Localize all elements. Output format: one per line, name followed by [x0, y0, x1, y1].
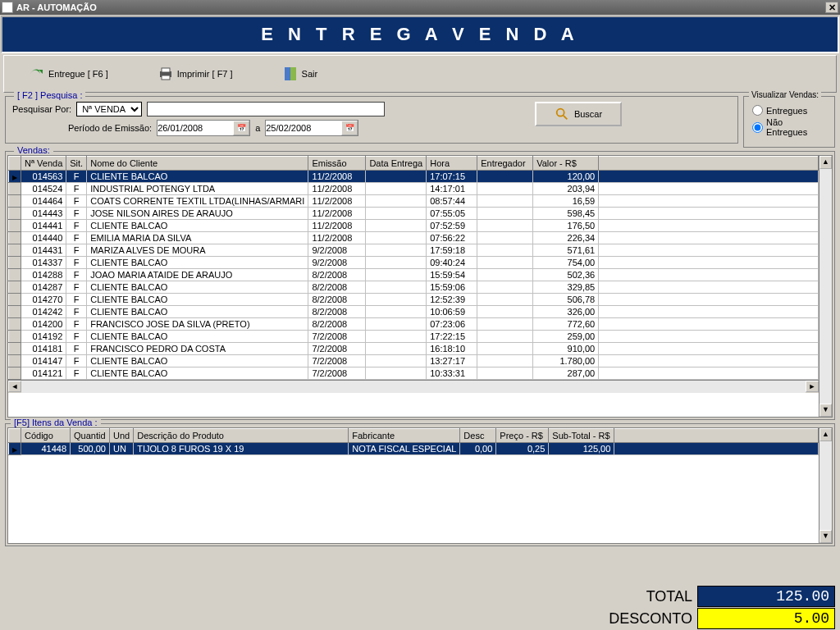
col-header[interactable]: Nome do Cliente — [87, 157, 308, 171]
sair-button[interactable]: Sair — [282, 66, 318, 82]
app-icon — [2, 2, 13, 13]
table-row[interactable]: 41448500,00UNTIJOLO 8 FUROS 19 X 19NOTA … — [9, 443, 819, 455]
imprimir-button[interactable]: Imprimir [ F7 ] — [158, 66, 233, 82]
table-row[interactable]: 014200FFRANCISCO JOSE DA SILVA (PRETO)8/… — [9, 318, 819, 331]
window-title: AR - AUTOMAÇÃO — [16, 2, 97, 12]
window-titlebar: AR - AUTOMAÇÃO ✕ — [0, 0, 840, 15]
exit-icon — [282, 66, 299, 82]
itens-group: [F5] Itens da Venda : CódigoQuantidUndDe… — [5, 423, 835, 546]
v-scrollbar[interactable]: ▲▼ — [819, 156, 832, 417]
pesquisar-por-label: Pesquisar Por: — [12, 104, 71, 114]
table-row[interactable]: 014242FCLIENTE BALCAO8/2/200810:06:59326… — [9, 306, 819, 318]
col-header[interactable]: Entregador — [477, 157, 533, 171]
total-label: TOTAL — [646, 588, 697, 605]
search-group: [ F2 ] Pesquisa : Pesquisar Por: Nª VEND… — [5, 96, 738, 144]
date-from-field[interactable]: 📅 — [157, 120, 250, 136]
col-header[interactable]: Desc — [460, 429, 496, 443]
viz-group: Visualizar Vendas: Entregues Não Entregu… — [743, 96, 835, 148]
svg-line-6 — [564, 116, 568, 120]
radio-nao-entregues[interactable]: Não Entregues — [752, 117, 826, 137]
date-to-field[interactable]: 📅 — [265, 120, 358, 136]
itens-grid[interactable]: CódigoQuantidUndDescrição do ProdutoFabr… — [7, 427, 833, 544]
table-row[interactable]: 014441FCLIENTE BALCAO11/2/200807:52:5917… — [9, 220, 819, 232]
totals: TOTAL 125.00 DESCONTO 5.00 — [5, 585, 835, 630]
date-from-input[interactable] — [158, 121, 233, 135]
date-sep: a — [255, 123, 260, 133]
v-scrollbar-itens[interactable]: ▲▼ — [819, 428, 832, 543]
viz-legend: Visualizar Vendas: — [749, 90, 821, 99]
periodo-label: Período de Emissão: — [68, 123, 152, 133]
table-row[interactable]: 014147FCLIENTE BALCAO7/2/200813:27:171.7… — [9, 355, 819, 368]
vendas-grid[interactable]: Nª VendaSit.Nome do ClienteEmissãoData E… — [7, 155, 833, 418]
date-to-picker-icon[interactable]: 📅 — [341, 121, 358, 135]
svg-point-5 — [557, 109, 564, 116]
svg-rect-1 — [162, 68, 170, 72]
table-row[interactable]: 014464FCOATS CORRENTE TEXTIL LTDA(LINHAS… — [9, 195, 819, 208]
table-row[interactable]: 014181FFRANCISCO PEDRO DA COSTA7/2/20081… — [9, 343, 819, 355]
table-row[interactable]: 014192FCLIENTE BALCAO7/2/200817:22:15259… — [9, 331, 819, 343]
total-value: 125.00 — [697, 586, 835, 607]
svg-rect-2 — [162, 75, 170, 80]
search-field-select[interactable]: Nª VENDA — [76, 102, 142, 116]
buscar-label: Buscar — [574, 109, 602, 119]
table-row[interactable]: 014270FCLIENTE BALCAO8/2/200812:52:39506… — [9, 294, 819, 306]
buscar-button[interactable]: Buscar — [535, 102, 622, 126]
col-header[interactable]: Preço - R$ — [496, 429, 549, 443]
col-header[interactable]: Und — [110, 429, 134, 443]
radio-entregues[interactable]: Entregues — [752, 105, 826, 116]
arrow-forward-icon — [29, 66, 45, 82]
col-header[interactable]: Nª Venda — [21, 157, 66, 171]
svg-rect-3 — [285, 67, 290, 80]
close-button[interactable]: ✕ — [825, 2, 838, 13]
svg-rect-4 — [290, 67, 296, 80]
vendas-group: Vendas: Nª VendaSit.Nome do ClienteEmiss… — [5, 151, 835, 420]
col-header[interactable]: Hora — [427, 157, 477, 171]
table-row[interactable]: 014287FCLIENTE BALCAO8/2/200815:59:06329… — [9, 281, 819, 294]
table-row[interactable]: 014288FJOAO MARIA ATAIDE DE ARAUJO8/2/20… — [9, 269, 819, 281]
col-header[interactable]: Sit. — [66, 157, 87, 171]
sair-label: Sair — [302, 69, 318, 79]
table-row[interactable]: 014431FMARIZA ALVES DE MOURA9/2/200817:5… — [9, 244, 819, 257]
desconto-label: DESCONTO — [609, 610, 697, 628]
col-header[interactable]: Quantid — [71, 429, 110, 443]
itens-legend: [F5] Itens da Venda : — [11, 418, 101, 427]
table-row[interactable]: 014121FCLIENTE BALCAO7/2/200810:33:31287… — [9, 368, 819, 380]
table-row[interactable]: 014443FJOSE NILSON AIRES DE ARAUJO11/2/2… — [9, 208, 819, 220]
table-row[interactable]: 014563FCLIENTE BALCAO11/2/200817:07:1512… — [9, 171, 819, 183]
table-row[interactable]: 014440FEMILIA MARIA DA SILVA11/2/200807:… — [9, 232, 819, 244]
col-header[interactable]: Sub-Total - R$ — [549, 429, 614, 443]
table-row[interactable]: 014524FINDUSTRIAL POTENGY LTDA11/2/20081… — [9, 183, 819, 195]
entregue-button[interactable]: Entregue [ F6 ] — [29, 66, 108, 82]
entregue-label: Entregue [ F6 ] — [48, 69, 108, 79]
desconto-value: 5.00 — [697, 608, 835, 629]
col-header[interactable]: Código — [21, 429, 71, 443]
vendas-legend: Vendas: — [14, 145, 53, 155]
date-from-picker-icon[interactable]: 📅 — [233, 121, 249, 135]
table-row[interactable]: 014337FCLIENTE BALCAO9/2/200809:40:24754… — [9, 257, 819, 269]
col-header[interactable]: Valor - R$ — [533, 157, 599, 171]
print-icon — [158, 66, 174, 82]
toolbar: Entregue [ F6 ] Imprimir [ F7 ] Sair — [3, 55, 837, 93]
col-header[interactable]: Emissão — [308, 157, 366, 171]
search-input[interactable] — [147, 102, 385, 116]
imprimir-label: Imprimir [ F7 ] — [177, 69, 233, 79]
col-header[interactable]: Descrição do Produto — [134, 429, 349, 443]
date-to-input[interactable] — [266, 121, 341, 135]
col-header[interactable]: Data Entrega — [366, 157, 427, 171]
col-header[interactable]: Fabricante — [349, 429, 460, 443]
search-legend: [ F2 ] Pesquisa : — [14, 90, 85, 100]
h-scrollbar[interactable]: ◄► — [8, 380, 819, 393]
search-icon — [555, 107, 569, 121]
page-title: E N T R E G A V E N D A — [1, 16, 839, 53]
